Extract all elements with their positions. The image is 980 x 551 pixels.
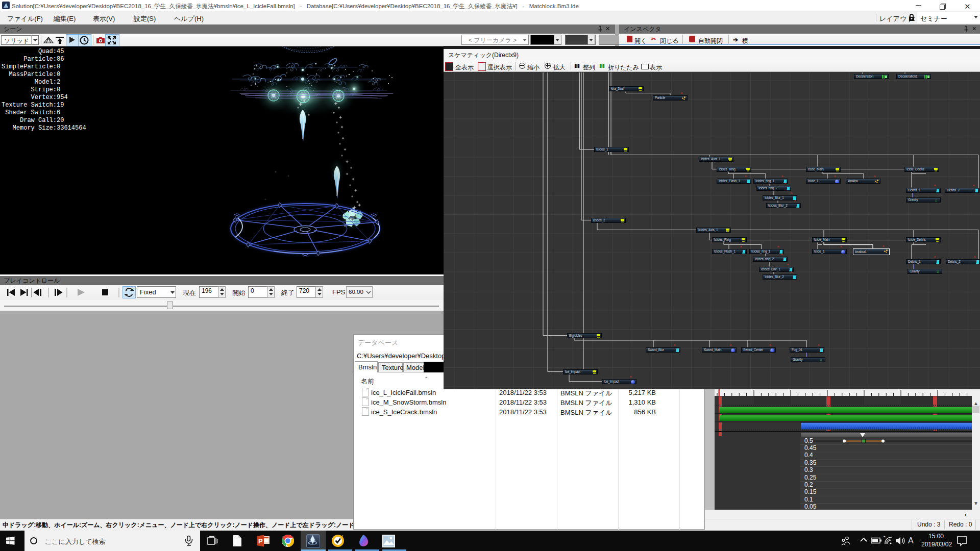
svg-text:P: P	[258, 537, 263, 545]
svg-text:*: *	[884, 535, 886, 540]
